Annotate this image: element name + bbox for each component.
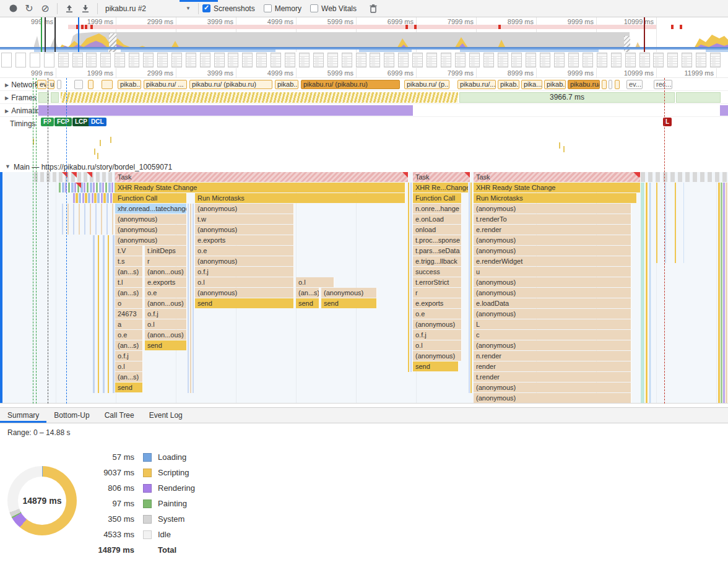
flame-bar[interactable]: u xyxy=(474,267,631,277)
filmstrip-thumb[interactable] xyxy=(526,53,536,67)
network-request-bar[interactable] xyxy=(609,80,612,89)
filmstrip-thumb[interactable] xyxy=(682,53,692,67)
filmstrip-thumb[interactable] xyxy=(285,53,295,67)
filmstrip-thumb[interactable] xyxy=(597,53,607,67)
flame-bar[interactable]: a xyxy=(115,319,143,329)
filmstrip-thumb[interactable] xyxy=(44,53,54,67)
filmstrip-thumb[interactable] xyxy=(157,53,168,67)
filmstrip-thumb[interactable] xyxy=(653,53,664,67)
filmstrip-thumb[interactable] xyxy=(72,53,83,67)
flame-bar[interactable]: t.renderTo xyxy=(474,214,631,224)
flame-bar[interactable]: (anonymous) xyxy=(321,288,377,298)
filmstrip-thumb[interactable] xyxy=(86,53,97,67)
flame-bar[interactable]: c xyxy=(474,330,631,340)
network-request-bar[interactable]: rec... xyxy=(654,80,672,89)
screenshots-checkbox[interactable]: Screenshots xyxy=(202,4,255,13)
flame-bar[interactable]: (anonymous) xyxy=(474,204,631,214)
network-request-bar[interactable]: pikabu.ru/... xyxy=(457,80,496,89)
flame-bar[interactable]: (anon...ous) xyxy=(145,330,187,340)
flame-bar[interactable]: o.e xyxy=(195,246,294,256)
timeline-overview[interactable]: 999 ms1999 ms2999 ms3999 ms4999 ms5999 m… xyxy=(0,17,728,52)
network-request-bar[interactable]: pikab... xyxy=(544,80,566,89)
network-request-bar[interactable] xyxy=(74,80,83,89)
network-request-bar[interactable]: u... xyxy=(48,80,54,89)
load-profile-button[interactable] xyxy=(61,1,77,16)
filmstrip-thumb[interactable] xyxy=(356,53,366,67)
filmstrip-thumb[interactable] xyxy=(200,53,210,67)
network-request-bar[interactable]: pikab... xyxy=(275,80,298,89)
filmstrip-thumb[interactable] xyxy=(342,53,352,67)
flame-bar[interactable]: (an...s) xyxy=(296,288,319,298)
flame-bar[interactable]: e.exports xyxy=(195,235,294,245)
flame-bar[interactable]: (anonymous) xyxy=(195,225,294,235)
network-request-bar[interactable] xyxy=(615,80,620,89)
filmstrip-thumb[interactable] xyxy=(299,53,310,67)
flame-bar[interactable]: o.e xyxy=(115,330,143,340)
filmstrip-thumb[interactable] xyxy=(313,53,324,67)
flame-bar[interactable]: t.V xyxy=(115,246,143,256)
flame-bar[interactable]: Task xyxy=(115,172,409,182)
flame-bar[interactable]: Function Call xyxy=(413,193,462,203)
flame-bar[interactable]: e.render xyxy=(474,225,631,235)
flame-bar[interactable]: (anonymous) xyxy=(413,351,462,361)
network-request-bar[interactable]: pikabu.ru/ (p... xyxy=(404,80,449,89)
filmstrip-thumb[interactable] xyxy=(441,53,451,67)
network-track-toggle[interactable]: ▶ Network xyxy=(5,80,38,89)
filmstrip-thumb[interactable] xyxy=(143,53,154,67)
network-request-bar[interactable]: pikabu.ru/ (pikabu.ru) xyxy=(189,80,272,89)
history-select[interactable]: pikabu.ru #2 ▼ xyxy=(102,2,194,15)
flame-bar[interactable]: send xyxy=(145,340,187,350)
flame-bar[interactable]: t.w xyxy=(195,214,294,224)
record-button[interactable] xyxy=(5,1,21,16)
flame-bar[interactable]: (anonymous) xyxy=(474,246,631,256)
flame-bar[interactable]: o.l xyxy=(115,361,143,371)
network-request-bar[interactable]: pikabu.ru/... xyxy=(568,80,600,89)
flame-bar[interactable]: o.f.j xyxy=(145,309,187,319)
flame-bar[interactable]: t.s xyxy=(115,256,143,266)
filmstrip-thumb[interactable] xyxy=(115,53,125,67)
filmstrip-thumb[interactable] xyxy=(271,53,281,67)
flame-bar[interactable]: o.f.j xyxy=(115,351,143,361)
flame-bar[interactable]: (an...s) xyxy=(115,340,143,350)
frames-segment[interactable] xyxy=(676,92,721,103)
flame-bar[interactable]: (anonymous) xyxy=(474,288,631,298)
filmstrip-thumb[interactable] xyxy=(540,53,550,67)
filmstrip-thumb[interactable] xyxy=(412,53,423,67)
network-request-bar[interactable]: pikab... xyxy=(498,80,519,89)
flame-bar[interactable]: (an...s) xyxy=(115,267,143,277)
flame-bar[interactable]: XHR Ready State Change xyxy=(474,183,641,192)
flame-bar[interactable]: o.f.j xyxy=(413,330,462,340)
flame-bar[interactable]: send xyxy=(321,298,377,308)
frames-segment[interactable]: 3966.7 ms xyxy=(459,92,675,103)
flame-bar[interactable]: Function Call xyxy=(115,193,187,203)
filmstrip-thumb[interactable] xyxy=(186,53,196,67)
network-request-bar[interactable] xyxy=(602,80,607,89)
filmstrip-thumb[interactable] xyxy=(583,53,593,67)
flame-bar[interactable]: o.e xyxy=(145,288,187,298)
flame-bar[interactable]: o.l xyxy=(195,277,294,287)
flame-bar[interactable]: success xyxy=(413,267,462,277)
filmstrip-thumb[interactable] xyxy=(214,53,225,67)
filmstrip-thumb[interactable] xyxy=(667,53,678,67)
flame-bar[interactable]: (anonymous) xyxy=(474,393,631,403)
network-request-bar[interactable]: pikabu.ru/ ... xyxy=(144,80,187,89)
filmstrip-thumb[interactable] xyxy=(469,53,480,67)
flame-bar[interactable]: render xyxy=(474,361,631,371)
filmstrip-thumb[interactable] xyxy=(483,53,494,67)
flame-bar[interactable]: n.render xyxy=(474,351,631,361)
filmstrip-thumb[interactable] xyxy=(639,53,650,67)
flame-bar[interactable]: t.l xyxy=(115,277,143,287)
flame-bar[interactable]: e.loadData xyxy=(474,298,631,308)
flame-bar[interactable]: e.trigg...llback xyxy=(413,256,462,266)
main-thread-header[interactable]: ▼ Main — https://pikabu.ru/story/bordel_… xyxy=(0,162,728,172)
clear-button[interactable]: ⊘ xyxy=(37,1,53,16)
timing-badge-lcp[interactable]: LCP xyxy=(72,118,90,126)
flame-bar[interactable]: e.onLoad xyxy=(413,214,462,224)
filmstrip-thumb[interactable] xyxy=(15,53,26,67)
filmstrip-thumb[interactable] xyxy=(710,53,721,67)
network-request-bar[interactable]: pikabu.ru/ (pikabu.ru) xyxy=(301,80,400,89)
animation-bar[interactable] xyxy=(38,105,413,116)
network-request-bar[interactable]: ev... xyxy=(626,80,643,89)
filmstrip-thumb[interactable] xyxy=(1,53,12,67)
filmstrip-thumb[interactable] xyxy=(696,53,706,67)
